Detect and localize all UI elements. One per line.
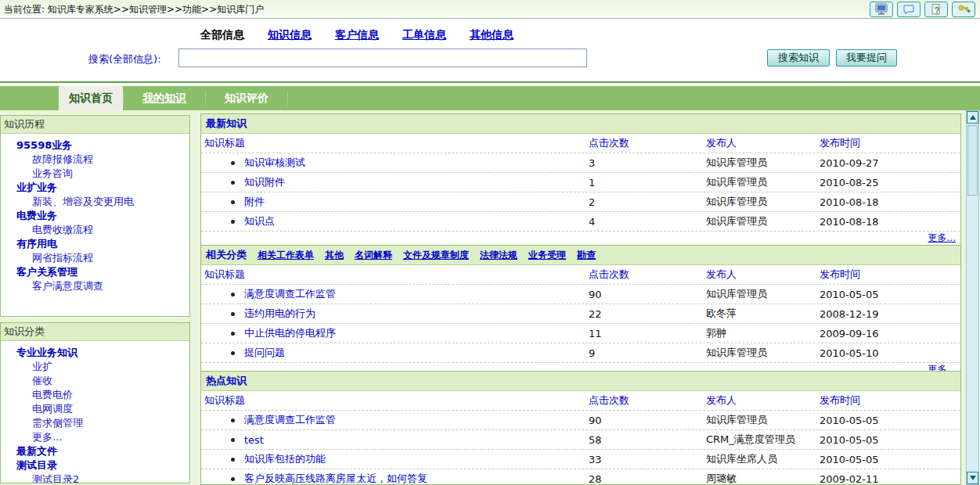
knowledge-title-link[interactable]: 附件: [244, 195, 265, 209]
table-row: 中止供电的停电程序11郭翀2009-09-16: [201, 324, 960, 343]
category-tab-6[interactable]: 业务受理: [528, 249, 566, 262]
sidebar-item[interactable]: 业扩: [1, 360, 189, 374]
info-tab-5[interactable]: 其他信息: [470, 28, 513, 42]
date-cell: 2009-02-11: [820, 473, 960, 485]
scrollbar-thumb[interactable]: [967, 125, 978, 196]
table-row: 违约用电的行为22欧冬萍2008-12-19: [201, 304, 960, 324]
nav-tab-2[interactable]: 我的知识: [124, 86, 205, 110]
sidebar-category[interactable]: 业扩业务: [1, 181, 189, 195]
column-header: 知识标题: [201, 268, 589, 282]
sidebar-section-knowledge-history: 知识历程95598业务故障报修流程业务咨询业扩业务新装、增容及变更用电电费业务电…: [0, 115, 190, 317]
scrollbar-down-button[interactable]: [967, 472, 978, 484]
knowledge-title-link[interactable]: 中止供电的停电程序: [244, 326, 336, 340]
sidebar-item[interactable]: 电网调度: [1, 402, 189, 416]
sidebar-item[interactable]: 催收: [1, 374, 189, 388]
sidebar-item[interactable]: 更多...: [1, 430, 189, 444]
sidebar-category[interactable]: 测试目录: [1, 458, 189, 472]
search-knowledge-button[interactable]: 搜索知识: [767, 49, 830, 66]
table-header-row: 知识标题点击次数发布人发布时间: [201, 391, 960, 411]
bullet-icon: [231, 419, 235, 422]
info-tab-2[interactable]: 知识信息: [268, 28, 312, 42]
publisher-cell: 知识库管理员: [706, 175, 820, 189]
panel-title: 热点知识: [206, 374, 247, 388]
sidebar-item[interactable]: 电费电价: [1, 388, 189, 402]
panel-header: 热点知识: [201, 372, 960, 391]
table-row: 知识审核测试3知识库管理员2010-09-27: [201, 153, 960, 173]
help-doc-icon: ?: [930, 3, 942, 16]
category-tab-5[interactable]: 法律法规: [480, 249, 517, 262]
clicks-cell: 22: [589, 308, 706, 320]
bullet-icon: [231, 220, 235, 224]
clicks-cell: 2: [589, 196, 706, 208]
title-cell: 满意度调查工作监管: [201, 287, 589, 301]
sidebar-item[interactable]: 业务咨询: [1, 167, 189, 181]
scrollbar-up-button[interactable]: [967, 111, 978, 124]
key-add-button[interactable]: [952, 2, 975, 17]
knowledge-title-link[interactable]: test: [244, 434, 264, 446]
nav-tab-1[interactable]: 知识首页: [59, 86, 123, 110]
sidebar-item[interactable]: 电费收缴流程: [1, 223, 189, 237]
vertical-scrollbar[interactable]: [966, 110, 979, 485]
info-tab-1[interactable]: 全部信息: [200, 28, 244, 42]
sidebar-section-knowledge-category: 知识分类专业业务知识业扩催收电费电价电网调度需求侧管理更多...最新文件测试目录…: [0, 322, 190, 483]
bullet-icon: [231, 161, 235, 165]
publisher-cell: 欧冬萍: [706, 307, 820, 321]
ask-question-button[interactable]: 我要提问: [836, 49, 897, 66]
sidebar-category[interactable]: 专业业务知识: [1, 346, 189, 360]
sidebar-section-title: 知识分类: [1, 323, 189, 341]
column-header: 点击次数: [589, 393, 706, 408]
category-tab-3[interactable]: 名词解释: [355, 249, 392, 262]
bullet-icon: [231, 438, 235, 442]
more-link[interactable]: 更多...: [928, 232, 956, 245]
table-row: test58CRM_满意度管理员2010-05-05: [201, 430, 960, 450]
sidebar-category[interactable]: 客户关系管理: [1, 265, 189, 279]
sidebar-section-title: 知识历程: [1, 116, 189, 134]
category-tab-4[interactable]: 文件及规章制度: [403, 249, 469, 262]
sidebar-category[interactable]: 95598业务: [1, 138, 189, 153]
knowledge-title-link[interactable]: 知识审核测试: [244, 156, 305, 170]
table-row: 提问问题9知识库管理员2010-05-10: [201, 343, 960, 363]
sidebar-category[interactable]: 有序用电: [1, 237, 189, 251]
knowledge-title-link[interactable]: 知识库包括的功能: [244, 452, 326, 466]
sidebar-item[interactable]: 故障报修流程: [1, 153, 189, 167]
help-doc-button[interactable]: ?: [924, 2, 948, 17]
knowledge-title-link[interactable]: 客户反映高压线路离房屋太近，如何答复: [244, 472, 427, 485]
info-tab-bar: 全部信息知识信息客户信息工单信息其他信息: [200, 28, 513, 42]
nav-tab-3[interactable]: 知识评价: [206, 86, 287, 110]
sidebar-category[interactable]: 电费业务: [1, 209, 189, 223]
monitor-icon: [874, 3, 888, 16]
search-input[interactable]: [178, 48, 587, 67]
clicks-cell: 11: [589, 328, 706, 340]
clicks-cell: 28: [589, 473, 706, 485]
sidebar-item[interactable]: 需求侧管理: [1, 416, 189, 430]
date-cell: 2010-09-27: [820, 157, 960, 169]
monitor-button[interactable]: [870, 2, 893, 17]
table-header-row: 知识标题点击次数发布人发布时间: [201, 134, 960, 153]
knowledge-title-link[interactable]: 满意度调查工作监管: [244, 287, 336, 301]
clicks-cell: 33: [589, 454, 706, 465]
bullet-icon: [231, 477, 235, 481]
sidebar-item[interactable]: 新装、增容及变更用电: [1, 195, 189, 209]
info-tab-4[interactable]: 工单信息: [402, 28, 446, 42]
knowledge-title-link[interactable]: 违约用电的行为: [244, 307, 315, 321]
title-cell: 客户反映高压线路离房屋太近，如何答复: [201, 472, 589, 485]
publisher-cell: 知识库坐席人员: [706, 452, 820, 466]
bullet-icon: [231, 332, 235, 336]
clicks-cell: 58: [589, 434, 706, 446]
knowledge-title-link[interactable]: 满意度调查工作监管: [244, 413, 336, 427]
chat-button[interactable]: [897, 2, 921, 17]
knowledge-title-link[interactable]: 提问问题: [244, 346, 285, 360]
knowledge-title-link[interactable]: 知识点: [244, 214, 275, 228]
sidebar-item[interactable]: 网省指标流程: [1, 251, 189, 265]
info-tab-3[interactable]: 客户信息: [335, 28, 379, 42]
sidebar-item[interactable]: 客户满意度调查: [1, 279, 189, 293]
sidebar-list: 95598业务故障报修流程业务咨询业扩业务新装、增容及变更用电电费业务电费收缴流…: [1, 134, 189, 293]
knowledge-title-link[interactable]: 知识附件: [244, 175, 285, 189]
category-tab-1[interactable]: 相关工作表单: [258, 249, 314, 262]
sidebar-item[interactable]: 测试目录2: [1, 472, 189, 483]
category-tab-7[interactable]: 勘查: [577, 249, 596, 262]
bullet-icon: [231, 200, 235, 204]
column-header: 发布人: [706, 136, 820, 150]
category-tab-2[interactable]: 其他: [325, 249, 344, 262]
sidebar-category[interactable]: 最新文件: [1, 444, 189, 458]
